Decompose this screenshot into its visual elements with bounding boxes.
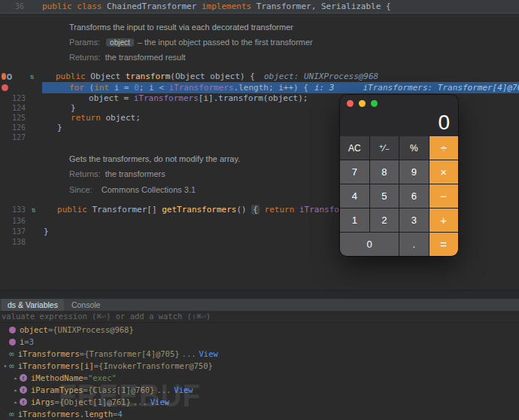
ellipsis: ... bbox=[133, 397, 147, 406]
line-number[interactable]: 136 bbox=[12, 217, 32, 225]
calc-button-digit-9[interactable]: 9 bbox=[399, 160, 429, 184]
variable-name: iTransformers[i] bbox=[18, 361, 94, 370]
expand-chevron-icon[interactable]: ▸ bbox=[12, 399, 20, 406]
calc-button-digit-4[interactable]: 4 bbox=[340, 184, 369, 208]
code-token: Commons Collections 3.1 bbox=[102, 185, 196, 194]
watchpoint-icon[interactable] bbox=[7, 74, 12, 80]
variable-value: "exec" bbox=[88, 373, 117, 382]
evaluate-expression-input[interactable]: valuate expression (⌘⏎) or add a watch (… bbox=[0, 311, 519, 323]
line-number[interactable]: 126 bbox=[12, 123, 32, 132]
zoom-button[interactable] bbox=[371, 100, 378, 107]
calc-button-percent[interactable]: % bbox=[399, 136, 429, 160]
calculator-window[interactable]: 0 AC⁺⁄₋%÷789×456−123+0.= bbox=[340, 95, 458, 256]
breakpoint-icon[interactable] bbox=[2, 84, 8, 91]
implementation-marker-icon[interactable]: ⇅ bbox=[32, 206, 36, 214]
close-button[interactable] bbox=[347, 100, 354, 107]
gutter-icons bbox=[0, 73, 12, 80]
gutter bbox=[0, 65, 42, 71]
view-link[interactable]: View bbox=[199, 349, 218, 358]
gutter-icons bbox=[0, 84, 12, 91]
view-link[interactable]: View bbox=[150, 397, 169, 406]
variable-name: iTransformers bbox=[18, 349, 80, 358]
evaluate-expression-placeholder: valuate expression (⌘⏎) or add a watch (… bbox=[2, 312, 211, 321]
calc-button-subtract[interactable]: − bbox=[429, 184, 459, 208]
calc-button-add[interactable]: + bbox=[429, 208, 459, 232]
code-token: Transformer, Serializable { bbox=[256, 2, 391, 11]
code-token: – the input object passed to the first t… bbox=[135, 38, 313, 47]
code-line-text bbox=[42, 65, 519, 71]
calc-button-decimal[interactable]: . bbox=[399, 233, 429, 256]
calc-button-digit-3[interactable]: 3 bbox=[399, 208, 429, 232]
variable-row[interactable]: i = 3 bbox=[0, 336, 519, 348]
calc-button-digit-8[interactable]: 8 bbox=[370, 160, 399, 184]
line-number[interactable]: 138 bbox=[12, 238, 32, 246]
code-token: Params: bbox=[69, 38, 105, 47]
calc-button-equals[interactable]: = bbox=[429, 233, 459, 256]
calc-button-digit-1[interactable]: 1 bbox=[340, 208, 369, 232]
calc-button-multiply[interactable]: × bbox=[429, 160, 459, 184]
variable-name: iTransformers.length bbox=[18, 409, 113, 418]
tab-console[interactable]: Console bbox=[65, 299, 107, 311]
calculator-display: 0 bbox=[340, 110, 458, 135]
code-token: { bbox=[251, 205, 260, 215]
variable-value: 3 bbox=[29, 337, 34, 346]
code-token: 0 bbox=[134, 83, 139, 93]
line-number[interactable]: 133 bbox=[12, 205, 32, 214]
code-token: for bbox=[69, 83, 90, 93]
code-line-text: for (int i = 0; i < iTransformers.length… bbox=[42, 82, 519, 93]
view-link[interactable]: View bbox=[174, 385, 193, 394]
gutter: 136 bbox=[0, 215, 44, 226]
calc-button-digit-6[interactable]: 6 bbox=[399, 184, 429, 208]
line-number[interactable]: 125 bbox=[12, 114, 32, 122]
calc-button-digit-7[interactable]: 7 bbox=[340, 160, 369, 184]
expand-chevron-icon[interactable]: ▸ bbox=[12, 387, 20, 394]
gutter bbox=[0, 166, 42, 181]
code-token: } bbox=[57, 123, 62, 132]
code-token: return bbox=[71, 113, 105, 123]
calc-button-digit-0[interactable]: 0 bbox=[340, 233, 399, 256]
calc-button-digit-5[interactable]: 5 bbox=[370, 184, 399, 208]
variable-row[interactable]: object = {UNIXProcess@968} bbox=[0, 324, 519, 336]
ellipsis: ... bbox=[182, 349, 196, 358]
line-number[interactable]: 36 bbox=[12, 2, 30, 11]
calc-button-digit-2[interactable]: 2 bbox=[370, 208, 399, 232]
sticky-header-line: 36 public class ChainedTransformer imple… bbox=[0, 0, 519, 14]
variable-row[interactable]: ▸fiArgs = {Object[1]@761}...View bbox=[0, 396, 519, 408]
field-icon: f bbox=[20, 386, 27, 394]
variable-row[interactable]: ▸fiMethodName = "exec" bbox=[0, 372, 519, 384]
minimize-button[interactable] bbox=[359, 100, 366, 107]
calc-button-ac[interactable]: AC bbox=[340, 136, 369, 160]
watch-icon: ∞ bbox=[9, 410, 14, 418]
calculator-keypad: AC⁺⁄₋%÷789×456−123+0.= bbox=[340, 136, 458, 256]
gutter bbox=[0, 35, 42, 50]
implementation-marker-icon[interactable]: ⇅ bbox=[30, 73, 35, 81]
variable-row[interactable]: ∞iTransformers = {Transformer[4]@705}...… bbox=[0, 348, 519, 360]
line-number[interactable]: 124 bbox=[12, 104, 32, 112]
code-token: public bbox=[56, 72, 90, 81]
code-token: } bbox=[44, 227, 49, 236]
inline-debugger-hint: i: 3 bbox=[314, 83, 335, 93]
class-declaration: public class ChainedTransformer implemen… bbox=[42, 0, 519, 13]
line-number[interactable]: 127 bbox=[12, 133, 32, 142]
expand-chevron-icon[interactable]: ▸ bbox=[12, 375, 20, 382]
code-token: Transforms the input to result via each … bbox=[69, 23, 293, 32]
variable-row[interactable]: ▸fiParamTypes = {Class[1]@760}...View bbox=[0, 384, 519, 396]
code-token: Gets the transformers, do not modify the… bbox=[69, 154, 240, 163]
code-token: [i].transform(object); bbox=[199, 93, 308, 103]
line-number[interactable]: 137 bbox=[12, 227, 32, 236]
editor-line: for (int i = 0; i < iTransformers.length… bbox=[0, 82, 519, 93]
code-token: Since: bbox=[69, 185, 102, 194]
editor-line: ⇅public Object transform(Object object) … bbox=[0, 71, 519, 82]
variable-icon bbox=[9, 339, 16, 345]
code-line-text: Params: object – the input object passed… bbox=[42, 35, 519, 50]
code-token: object; bbox=[105, 113, 140, 123]
calc-button-plus-minus[interactable]: ⁺⁄₋ bbox=[370, 136, 399, 160]
variable-row[interactable]: ∞iTransformers.length = 4 bbox=[0, 408, 519, 420]
expand-chevron-icon[interactable]: ▾ bbox=[2, 363, 9, 370]
calc-button-divide[interactable]: ÷ bbox=[429, 136, 459, 160]
line-number[interactable]: 123 bbox=[12, 94, 32, 102]
variable-row[interactable]: ▾∞iTransformers[i] = {InvokerTransformer… bbox=[0, 360, 519, 372]
method-breakpoint-icon[interactable] bbox=[2, 73, 6, 80]
tab-threads-variables[interactable]: ds & Variables bbox=[2, 299, 64, 311]
code-token: object = bbox=[89, 93, 134, 103]
